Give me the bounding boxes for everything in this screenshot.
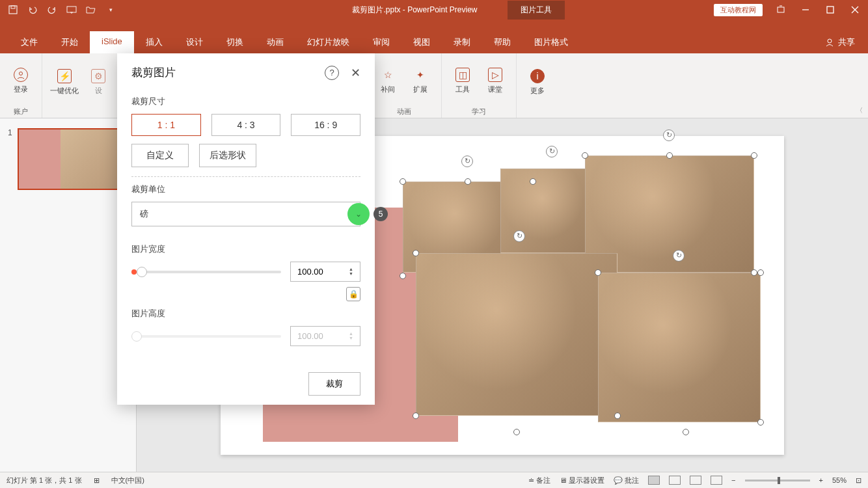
play-icon: ▷ [488,68,502,82]
more-button[interactable]: i更多 [524,69,550,96]
tab-record[interactable]: 录制 [442,31,482,53]
ratio-1-1-button[interactable]: 1 : 1 [131,114,201,136]
statusbar: 幻灯片 第 1 张，共 1 张 ⊞ 中文(中国) ≐ 备注 🖥 显示器设置 💬 … [0,472,868,488]
ratio-4-3-button[interactable]: 4 : 3 [211,114,281,136]
tab-view[interactable]: 视图 [401,31,442,53]
shape-button[interactable]: 后选形状 [199,144,256,167]
normal-view-icon[interactable] [648,476,660,485]
rotate-handle-icon[interactable]: ↻ [663,129,675,141]
thumbnail-item[interactable]: 1 [8,128,128,190]
login-button[interactable]: 登录 [8,68,34,94]
ribbon-group-design: ⚡ 一键优化 ⚙ 设 [42,53,120,118]
selected-images[interactable]: ↻ ↻ ↻ ↻ ↻ [403,156,767,429]
height-label: 图片高度 [131,308,360,319]
crop-image-panel: 裁剪图片 ? ✕ 裁剪尺寸 1 : 1 4 : 3 16 : 9 自定义 后选形… [117,53,375,405]
fit-window-icon[interactable]: ⊡ [856,476,861,485]
crop-button[interactable]: 裁剪 [308,372,360,396]
tab-islide[interactable]: iSlide [90,31,134,53]
tab-slideshow[interactable]: 幻灯片放映 [295,31,361,53]
tab-help[interactable]: 帮助 [482,31,522,53]
close-icon[interactable]: ✕ [351,66,360,80]
share-button[interactable]: 共享 [812,31,868,53]
svg-point-5 [828,39,832,43]
tools-button[interactable]: ◫工具 [450,68,476,94]
crop-size-label: 裁剪尺寸 [131,96,360,107]
rotate-handle-icon[interactable]: ↻ [513,230,525,242]
ribbon-options-icon[interactable] [774,3,787,16]
rotate-handle-icon[interactable]: ↻ [673,250,685,262]
lock-icon[interactable]: 🔒 [346,287,360,301]
redo-icon[interactable] [47,5,57,15]
ribbon-group-more: i更多 [517,53,558,118]
tab-start[interactable]: 开始 [49,31,90,53]
optimize-button[interactable]: ⚡ 一键优化 [50,69,79,96]
slideshow-view-icon[interactable] [711,476,722,485]
ribbon-group-learn: ◫工具 ▷课堂 学习 [442,53,517,118]
slide-thumbnail[interactable] [18,128,125,190]
display-settings-button[interactable]: 🖥 显示器设置 [560,476,604,485]
notes-button[interactable]: ≐ 备注 [528,476,550,485]
custom-ratio-button[interactable]: 自定义 [131,144,189,167]
ribbon-group-account: 登录 账户 [0,53,42,118]
stars-icon: ✦ [413,68,427,82]
reading-view-icon[interactable] [690,476,701,485]
share-icon [825,38,834,47]
svg-rect-0 [9,6,17,14]
tab-review[interactable]: 审阅 [361,31,401,53]
maximize-icon[interactable] [824,3,837,16]
unit-select[interactable]: 磅 [131,202,360,226]
svg-rect-3 [778,7,784,12]
tab-transition[interactable]: 切换 [215,31,255,53]
ribbon-group-anim: ☆补间 ✦扩展 动画 [367,53,442,118]
tab-design[interactable]: 设计 [174,31,215,53]
zoom-value[interactable]: 55% [832,476,847,484]
open-icon[interactable] [86,5,96,15]
ribbon-tabs: 文件 开始 iSlide 插入 设计 切换 动画 幻灯片放映 审阅 视图 录制 … [0,20,868,53]
zoom-slider[interactable] [745,480,810,481]
close-icon[interactable] [848,3,861,16]
accessibility-icon[interactable]: ⊞ [94,476,100,485]
step-badge: 5 [373,207,388,221]
svg-rect-4 [827,7,834,13]
comments-button[interactable]: 💬 批注 [614,476,639,485]
undo-icon[interactable] [27,5,38,15]
svg-rect-1 [11,6,15,8]
settings-button[interactable]: ⚙ 设 [85,69,111,96]
user-icon [14,68,28,82]
rotate-handle-icon[interactable]: ↻ [546,146,558,157]
flash-icon: ⚡ [57,69,72,83]
help-icon[interactable]: ? [325,66,339,80]
tab-insert[interactable]: 插入 [134,31,174,53]
tab-picformat[interactable]: 图片格式 [522,31,580,53]
tab-animation[interactable]: 动画 [255,31,295,53]
cube-icon: ◫ [455,68,470,82]
collapse-ribbon-icon[interactable]: 〈 [856,106,863,115]
width-input[interactable]: 100.00 ▲▼ [290,262,360,282]
height-slider [131,335,281,338]
width-slider[interactable] [131,271,281,273]
rotate-handle-icon[interactable]: ↻ [461,156,473,167]
svg-point-6 [20,72,23,75]
zoom-in-icon[interactable]: + [819,476,823,484]
language-indicator[interactable]: 中文(中国) [111,476,144,485]
fill-button[interactable]: ☆补间 [375,68,401,94]
class-button[interactable]: ▷课堂 [482,68,508,94]
width-label: 图片宽度 [131,243,360,255]
tab-file[interactable]: 文件 [9,31,49,53]
slideshow-icon[interactable] [66,5,77,15]
document-title: 裁剪图片.pptx - PowerPoint Preview [352,5,477,16]
ratio-16-9-button[interactable]: 16 : 9 [291,114,360,136]
zoom-out-icon[interactable]: − [731,476,735,484]
extend-button[interactable]: ✦扩展 [407,68,433,94]
spinner-icon: ▲▼ [349,331,353,341]
minimize-icon[interactable] [799,3,812,16]
sorter-view-icon[interactable] [669,476,681,485]
interactive-tutorial-badge[interactable]: 互动教程网 [714,4,763,16]
chevron-down-icon[interactable]: ⌄ [347,203,370,225]
save-icon[interactable] [8,5,18,15]
spinner-icon[interactable]: ▲▼ [349,267,353,277]
thumb-number: 1 [8,128,12,190]
quick-access-toolbar: ▾ [0,5,116,15]
title-center: 裁剪图片.pptx - PowerPoint Preview [116,5,714,16]
qat-more-icon[interactable]: ▾ [105,5,116,15]
